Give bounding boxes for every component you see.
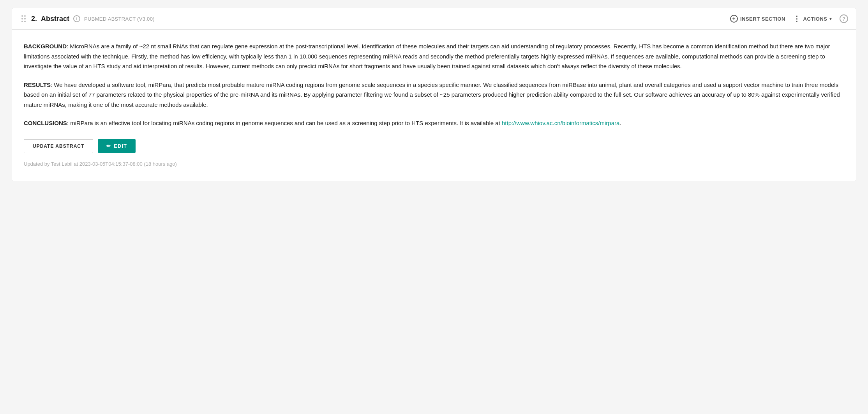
- background-label: BACKGROUND: [24, 43, 67, 50]
- section-header-left: 2. Abstract i PUBMED ABSTRACT (V3.00): [20, 14, 155, 24]
- update-abstract-button[interactable]: UPDATE ABSTRACT: [24, 139, 93, 153]
- conclusions-label: CONCLUSIONS: [24, 120, 67, 126]
- insert-section-button[interactable]: + INSERT SECTION: [730, 15, 785, 23]
- conclusions-text: : miRPara is an effective tool for locat…: [67, 120, 502, 126]
- pencil-icon: ✏: [106, 143, 111, 149]
- insert-section-label: INSERT SECTION: [740, 16, 785, 22]
- results-label: RESULTS: [24, 81, 51, 88]
- section-title-text: Abstract: [41, 15, 69, 23]
- drag-handle[interactable]: [20, 14, 27, 24]
- background-text: : MicroRNAs are a family of ~22 nt small…: [24, 43, 830, 69]
- help-icon[interactable]: ?: [840, 14, 848, 23]
- results-paragraph: RESULTS: We have developed a software to…: [24, 80, 844, 110]
- edit-button[interactable]: ✏ EDIT: [98, 139, 136, 153]
- version-badge: PUBMED ABSTRACT (V3.00): [84, 16, 155, 22]
- section-title: 2.: [31, 15, 37, 23]
- three-dots-icon: ⋮: [793, 14, 801, 23]
- background-paragraph: BACKGROUND: MicroRNAs are a family of ~2…: [24, 41, 844, 71]
- conclusions-end: .: [619, 120, 621, 126]
- info-icon[interactable]: i: [73, 15, 80, 22]
- conclusions-paragraph: CONCLUSIONS: miRPara is an effective too…: [24, 118, 844, 128]
- conclusions-link[interactable]: http://www.whiov.ac.cn/bioinformatics/mi…: [502, 120, 619, 126]
- update-info: Updated by Test Labii at 2023-03-05T04:1…: [24, 161, 844, 173]
- section-body: BACKGROUND: MicroRNAs are a family of ~2…: [12, 30, 856, 181]
- section-header-right: + INSERT SECTION ⋮ ACTIONS ▾ ?: [730, 14, 848, 23]
- section-header: 2. Abstract i PUBMED ABSTRACT (V3.00) + …: [12, 8, 856, 30]
- actions-label: ACTIONS: [803, 16, 827, 22]
- page-wrapper: 2. Abstract i PUBMED ABSTRACT (V3.00) + …: [0, 0, 868, 414]
- edit-label: EDIT: [114, 143, 127, 149]
- section-container: 2. Abstract i PUBMED ABSTRACT (V3.00) + …: [12, 8, 856, 181]
- actions-button[interactable]: ⋮ ACTIONS ▾: [793, 14, 832, 23]
- results-text: : We have developed a software tool, miR…: [24, 81, 840, 108]
- button-row: UPDATE ABSTRACT ✏ EDIT: [24, 139, 844, 153]
- chevron-down-icon: ▾: [829, 16, 832, 21]
- circle-plus-icon: +: [730, 15, 738, 23]
